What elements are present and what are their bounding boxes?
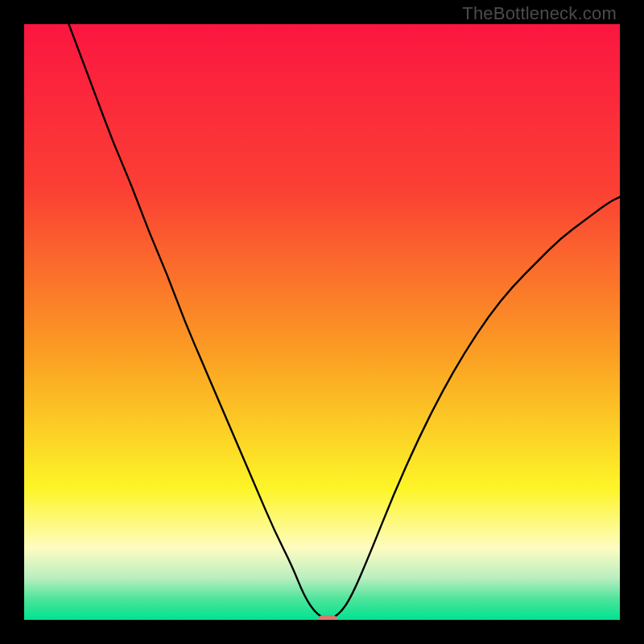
bottleneck-curve [24,24,620,620]
chart-frame: TheBottleneck.com [0,0,644,644]
plot-area [24,24,620,620]
watermark-text: TheBottleneck.com [462,3,617,24]
curve-path [24,24,620,618]
optimum-marker [318,615,337,620]
